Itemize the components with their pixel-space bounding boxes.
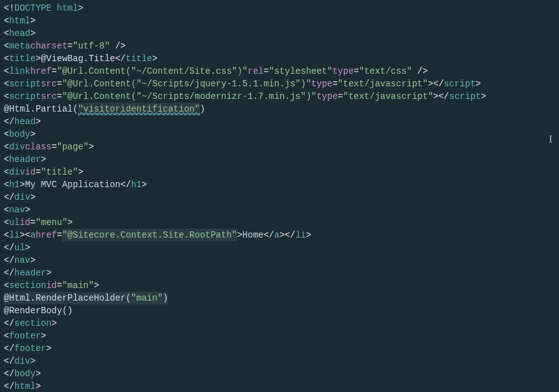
- code-line: <title>@ViewBag.Title</title>: [0, 52, 559, 65]
- code-line: </div>: [0, 355, 559, 367]
- token-bracket: <: [4, 52, 9, 65]
- token-string: "main": [131, 292, 163, 304]
- token-bracket: />: [110, 40, 126, 52]
- token-bracket: </: [4, 241, 15, 254]
- token-string: "page": [57, 141, 88, 153]
- token-string: "main": [62, 279, 93, 292]
- token-bracket: <: [4, 14, 9, 27]
- token-bracket: </: [115, 52, 126, 65]
- text-cursor-icon: I: [549, 133, 552, 146]
- token-bracket: ><: [20, 229, 30, 241]
- token-bracket: >: [30, 27, 35, 40]
- token-bracket: >: [30, 128, 35, 141]
- token-tag: DOCTYPE html: [15, 2, 78, 14]
- token-bracket: <: [4, 128, 9, 141]
- token-bracket: >: [94, 279, 99, 292]
- token-tag: html: [9, 14, 30, 27]
- token-string: "@Url.Content("~/Scripts/modernizr-1.7.m…: [62, 90, 316, 103]
- token-bracket: </: [4, 317, 15, 330]
- code-line: </footer>: [0, 342, 559, 355]
- token-eq: =: [52, 141, 57, 153]
- token-tag: head: [15, 115, 36, 128]
- token-string: "menu": [35, 216, 67, 229]
- token-tag: script: [449, 90, 481, 103]
- token-tag: div: [15, 355, 30, 367]
- token-bracket: >: [152, 52, 157, 65]
- code-editor[interactable]: <!DOCTYPE html> <html> <head> <meta char…: [0, 2, 559, 392]
- token-bracket: >: [237, 229, 242, 241]
- token-eq: =: [68, 40, 73, 52]
- token-string: "title": [41, 166, 78, 178]
- token-bracket: >: [78, 2, 83, 14]
- token-bracket: >: [141, 178, 146, 191]
- token-bracket: <: [4, 40, 9, 52]
- token-bracket: >: [35, 52, 40, 65]
- token-attr: type: [317, 90, 338, 103]
- token-bracket: >: [306, 229, 311, 241]
- token-eq: =: [57, 229, 62, 241]
- token-bracket: >: [68, 216, 73, 229]
- code-line: <li><a href="@Sitecore.Context.Site.Root…: [0, 229, 559, 241]
- code-line: <script src="@Url.Content("~/Scripts/jqu…: [0, 78, 559, 90]
- code-line: @Html.RenderPlaceHolder("main"): [0, 292, 559, 304]
- token-tag: script: [9, 90, 40, 103]
- token-bracket: </: [4, 367, 15, 380]
- token-attr: id: [25, 166, 36, 178]
- code-line: @Html.Partial("visitoridentification"): [0, 103, 559, 115]
- token-razor: @ViewBag.Title: [41, 52, 115, 65]
- token-bracket: >: [25, 204, 30, 216]
- token-bracket: </: [4, 115, 15, 128]
- token-text: Home: [242, 229, 264, 241]
- code-line: </ul>: [0, 241, 559, 254]
- token-attr: class: [25, 141, 52, 153]
- token-tag: li: [9, 229, 20, 241]
- code-line: <script src="@Url.Content("~/Scripts/mod…: [0, 90, 559, 103]
- token-eq: =: [57, 279, 62, 292]
- token-tag: ul: [15, 241, 25, 254]
- token-bracket: >: [35, 380, 40, 392]
- token-bracket: </: [4, 355, 15, 367]
- code-line: </section>: [0, 317, 559, 330]
- token-bracket: <: [4, 65, 9, 78]
- token-tag: nav: [9, 204, 25, 216]
- token-string: "text/javascript": [338, 78, 428, 90]
- code-line: <footer>: [0, 330, 559, 342]
- token-bracket: <: [4, 153, 9, 166]
- token-string: "text/css": [359, 65, 412, 78]
- token-bracket: >: [46, 267, 51, 279]
- token-string: "@Sitecore.Context.Site.RootPath": [62, 229, 237, 241]
- token-bracket: </: [4, 254, 15, 267]
- code-line: <h1>My MVC Application</h1>: [0, 178, 559, 191]
- code-line: @RenderBody(): [0, 304, 559, 317]
- token-bracket: </: [264, 229, 274, 241]
- token-tag: section: [15, 317, 52, 330]
- token-bracket: >: [30, 254, 35, 267]
- token-bracket: <: [4, 90, 9, 103]
- code-line: <header>: [0, 153, 559, 166]
- token-tag: footer: [15, 342, 46, 355]
- code-line: <body>: [0, 128, 559, 141]
- token-eq: =: [338, 90, 343, 103]
- token-attr: src: [41, 78, 57, 90]
- token-string: "@Url.Content("~/Scripts/jquery-1.5.1.mi…: [62, 78, 311, 90]
- token-attr: href: [35, 229, 57, 241]
- token-bracket: </: [4, 342, 15, 355]
- token-string: "visitoridentification": [78, 103, 200, 115]
- token-tag: html: [15, 380, 36, 392]
- token-bracket: </: [121, 178, 131, 191]
- token-string: "@Url.Content("~/Content/Site.css")": [57, 65, 247, 78]
- token-bracket: <: [4, 141, 9, 153]
- code-line: <link href="@Url.Content("~/Content/Site…: [0, 65, 559, 78]
- token-tag: ul: [9, 216, 20, 229]
- token-tag: head: [9, 27, 30, 40]
- token-tag: li: [295, 229, 306, 241]
- token-bracket: <: [4, 178, 9, 191]
- token-bracket: >: [52, 317, 57, 330]
- token-bracket: />: [412, 65, 428, 78]
- token-bracket: ></: [433, 90, 449, 103]
- token-attr: id: [20, 216, 30, 229]
- token-bracket: >: [20, 178, 25, 191]
- token-attr: type: [311, 78, 332, 90]
- token-razor: @Html.RenderPlaceHolder(: [4, 292, 131, 304]
- token-bracket: <: [4, 204, 9, 216]
